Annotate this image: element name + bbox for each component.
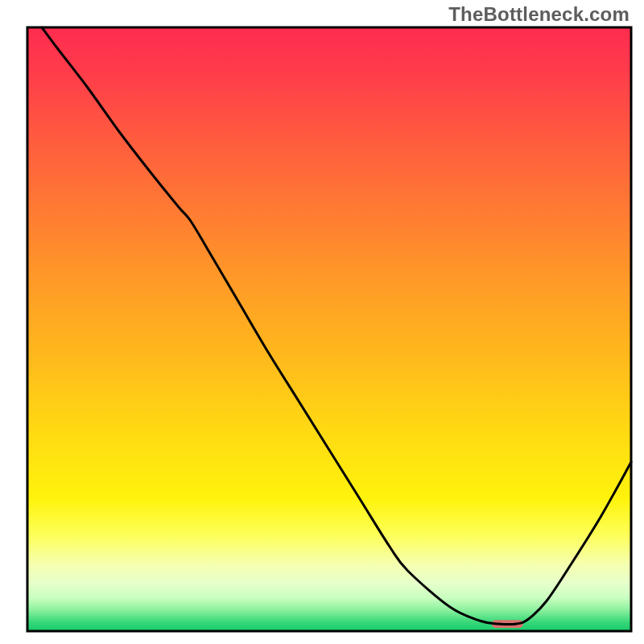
plot-background — [27, 27, 631, 631]
chart-container: TheBottleneck.com — [0, 0, 644, 644]
watermark-text: TheBottleneck.com — [448, 3, 630, 26]
bottleneck-chart — [0, 0, 644, 644]
